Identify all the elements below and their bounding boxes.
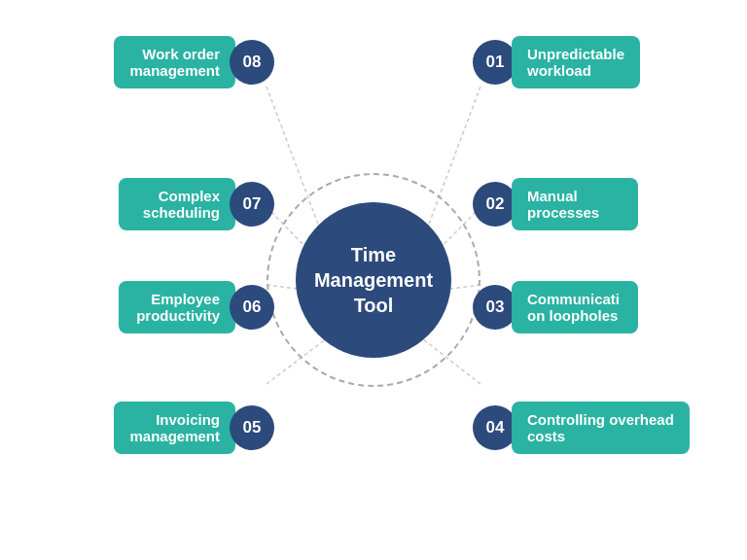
item-06-bar: Employeeproductivity [119, 281, 235, 333]
item-08: Work ordermanagement 08 [114, 36, 274, 88]
item-05: Invoicingmanagement 05 [114, 402, 274, 454]
item-05-num: 05 [230, 405, 274, 450]
center-title: Time Management Tool [314, 242, 433, 318]
item-08-num: 08 [230, 40, 274, 85]
item-07-bar: Complexscheduling [119, 178, 235, 230]
item-02-bar: Manualprocesses [512, 178, 638, 230]
item-07: Complexscheduling 07 [119, 178, 274, 230]
item-01: 01 Unpredictableworkload [473, 36, 640, 88]
center-circle: Time Management Tool [296, 202, 451, 358]
item-08-bar: Work ordermanagement [114, 36, 235, 88]
item-01-bar: Unpredictableworkload [512, 36, 640, 88]
item-03: 03 Communication loopholes [473, 281, 638, 333]
item-06: Employeeproductivity 06 [119, 281, 274, 333]
item-03-bar: Communication loopholes [512, 281, 638, 333]
item-04-bar: Controlling overheadcosts [512, 402, 690, 454]
item-04: 04 Controlling overheadcosts [473, 402, 690, 454]
item-02: 02 Manualprocesses [473, 178, 638, 230]
item-05-bar: Invoicingmanagement [114, 402, 235, 454]
item-07-num: 07 [230, 182, 274, 227]
diagram-container: Time Management Tool Work ordermanagemen… [0, 0, 747, 560]
item-06-num: 06 [230, 285, 274, 330]
